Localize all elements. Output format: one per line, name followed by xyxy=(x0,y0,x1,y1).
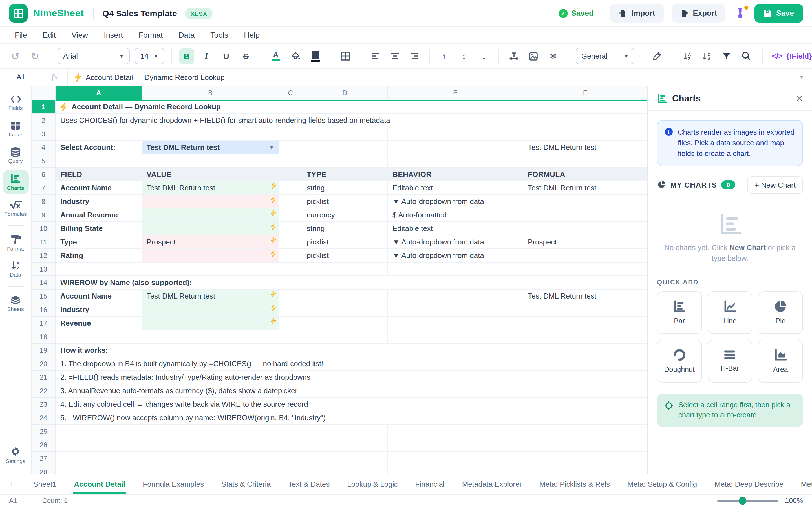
sidebar-item-sheets[interactable]: Sheets xyxy=(3,292,29,316)
cell-D9[interactable]: currency xyxy=(302,209,388,222)
column-header-A[interactable]: A xyxy=(56,86,142,100)
cell-C9[interactable] xyxy=(279,209,302,222)
align-left-button[interactable] xyxy=(368,48,382,64)
row-header-9[interactable]: 9 xyxy=(32,209,56,222)
quick-add-pie[interactable]: Pie xyxy=(758,291,803,334)
tab-meta-picklists-rels[interactable]: Meta: Picklists & Rels xyxy=(538,474,611,494)
cell-C15[interactable] xyxy=(279,290,302,303)
bold-button[interactable]: B xyxy=(179,48,194,64)
cell-C12[interactable] xyxy=(279,249,302,263)
row-header-18[interactable]: 18 xyxy=(32,330,56,344)
row-header-10[interactable]: 10 xyxy=(32,222,56,235)
cell-D28[interactable] xyxy=(302,465,388,474)
row-header-1[interactable]: 1 xyxy=(32,100,56,114)
align-right-button[interactable] xyxy=(407,48,422,64)
sidebar-item-formulas[interactable]: Formulas xyxy=(3,196,29,220)
document-title[interactable]: Q4 Sales Template xyxy=(102,8,177,18)
cell-B18[interactable] xyxy=(142,330,279,344)
redo-button[interactable]: ↻ xyxy=(28,48,42,64)
color-swatch-button[interactable] xyxy=(308,48,322,64)
cell-D18[interactable] xyxy=(302,330,388,344)
sidebar-item-fields[interactable]: Fields xyxy=(3,91,29,114)
row-header-26[interactable]: 26 xyxy=(32,438,56,452)
cell-B17[interactable] xyxy=(142,317,279,330)
zoom-slider[interactable] xyxy=(717,500,778,502)
underline-button[interactable]: U xyxy=(219,48,234,64)
quick-add-bar[interactable]: Bar xyxy=(657,291,702,334)
formula-bar-expand[interactable]: ▼ xyxy=(799,74,812,80)
cell-D25[interactable] xyxy=(302,425,388,438)
sidebar-item-format[interactable]: Format xyxy=(3,231,29,255)
cell-A8[interactable]: Industry xyxy=(56,195,142,209)
cell-F7[interactable]: Test DML Return test xyxy=(523,181,647,195)
sidebar-item-tables[interactable]: Tables xyxy=(3,117,29,141)
cell-F18[interactable] xyxy=(523,330,647,344)
cell-A3[interactable] xyxy=(56,127,142,141)
row-header-22[interactable]: 22 xyxy=(32,384,56,398)
cell-F4[interactable]: Test DML Return test xyxy=(523,141,647,154)
cell-C25[interactable] xyxy=(279,425,302,438)
cell-name-box[interactable]: A1 xyxy=(0,73,42,81)
cell-D11[interactable]: picklist xyxy=(302,235,388,249)
cell-E10[interactable]: Editable text xyxy=(388,222,523,235)
text-width-button[interactable] xyxy=(506,48,521,64)
row-header-17[interactable]: 17 xyxy=(32,317,56,330)
cell-D13[interactable] xyxy=(302,263,388,276)
valign-top-button[interactable]: ↑ xyxy=(437,48,452,64)
strikethrough-button[interactable]: S xyxy=(239,48,253,64)
cell-A26[interactable] xyxy=(56,438,142,452)
cell-B16[interactable] xyxy=(142,303,279,317)
cell-F6[interactable]: FORMULA xyxy=(523,168,647,181)
cell-E6[interactable]: BEHAVIOR xyxy=(388,168,523,181)
row-header-8[interactable]: 8 xyxy=(32,195,56,209)
cell-B7[interactable]: Test DML Return test xyxy=(142,181,279,195)
labs-flask-button[interactable] xyxy=(733,6,747,20)
tab-account-detail[interactable]: Account Detail xyxy=(73,474,126,494)
freeze-button[interactable]: ❄ xyxy=(546,48,560,64)
cell-A25[interactable] xyxy=(56,425,142,438)
cell-A12[interactable]: Rating xyxy=(56,249,142,263)
cell-E26[interactable] xyxy=(388,438,523,452)
cell-E5[interactable] xyxy=(388,154,523,168)
column-header-B[interactable]: B xyxy=(142,86,279,100)
cell-E18[interactable] xyxy=(388,330,523,344)
cell-E4[interactable] xyxy=(388,141,523,154)
cell-B11[interactable]: Prospect xyxy=(142,235,279,249)
cell-D7[interactable]: string xyxy=(302,181,388,195)
cell-A13[interactable] xyxy=(56,263,142,276)
column-header-F[interactable]: F xyxy=(523,86,647,100)
row-header-12[interactable]: 12 xyxy=(32,249,56,263)
cell-C6[interactable] xyxy=(279,168,302,181)
row-header-20[interactable]: 20 xyxy=(32,357,56,371)
menu-data[interactable]: Data xyxy=(179,31,195,40)
cell-D10[interactable]: string xyxy=(302,222,388,235)
cell-A17[interactable]: Revenue xyxy=(56,317,142,330)
cell-C10[interactable] xyxy=(279,222,302,235)
cell-A10[interactable]: Billing State xyxy=(56,222,142,235)
sidebar-item-data[interactable]: AZData xyxy=(3,258,29,281)
cell-E25[interactable] xyxy=(388,425,523,438)
cell-E16[interactable] xyxy=(388,303,523,317)
cell-F11[interactable]: Prospect xyxy=(523,235,647,249)
borders-button[interactable] xyxy=(338,48,352,64)
menu-insert[interactable]: Insert xyxy=(104,31,123,40)
cell-A22[interactable]: 3. AnnualRevenue auto-formats as currenc… xyxy=(56,384,647,398)
menu-tools[interactable]: Tools xyxy=(210,31,228,40)
row-header-3[interactable]: 3 xyxy=(32,127,56,141)
tab-lookup-logic[interactable]: Lookup & Logic xyxy=(346,474,399,494)
cell-A15[interactable]: Account Name xyxy=(56,290,142,303)
cell-D6[interactable]: TYPE xyxy=(302,168,388,181)
tab-meta-data-combos[interactable]: Meta + Data Combos xyxy=(800,474,812,494)
font-size-select[interactable]: 14▼ xyxy=(135,48,164,64)
cell-B3[interactable] xyxy=(142,127,279,141)
cell-A19[interactable]: How it works: xyxy=(56,344,647,357)
cell-E9[interactable]: $ Auto-formatted xyxy=(388,209,523,222)
cell-F8[interactable] xyxy=(523,195,647,209)
cell-C17[interactable] xyxy=(279,317,302,330)
menu-file[interactable]: File xyxy=(15,31,27,40)
import-button[interactable]: Import xyxy=(610,4,663,22)
column-header-C[interactable]: C xyxy=(279,86,302,100)
sort-az-button[interactable]: AZ xyxy=(679,48,694,64)
cell-F13[interactable] xyxy=(523,263,647,276)
row-header-6[interactable]: 6 xyxy=(32,168,56,181)
